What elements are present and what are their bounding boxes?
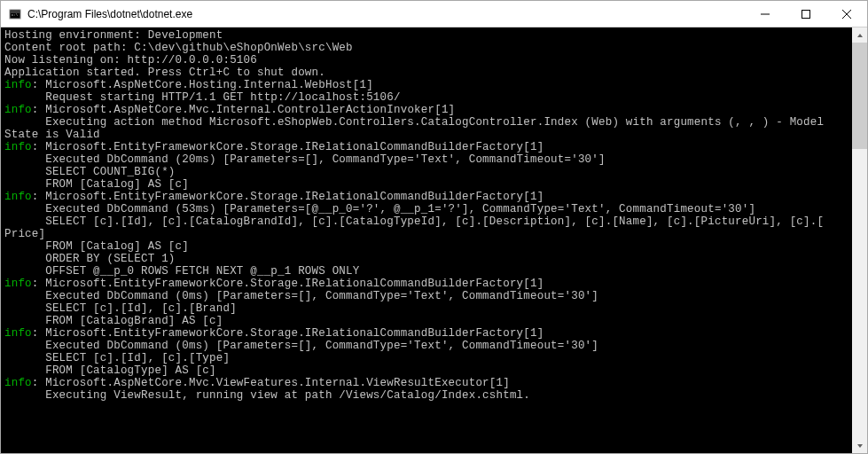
svg-marker-8 [857, 444, 863, 448]
log-line: SELECT COUNT_BIG(*) [4, 166, 176, 178]
log-line: Price] [4, 228, 45, 240]
log-line: FROM [Catalog] AS [c] [4, 178, 189, 191]
window-controls [745, 1, 867, 27]
log-line: Executed DbCommand (0ms) [Parameters=[],… [4, 340, 598, 352]
log-line: SELECT [c].[Id], [c].[Brand] [4, 302, 237, 315]
scroll-track[interactable] [852, 43, 867, 438]
log-level-info: info [4, 79, 32, 91]
log-line: Executed DbCommand (53ms) [Parameters=[@… [4, 203, 755, 215]
log-line: : Microsoft.EntityFrameworkCore.Storage.… [32, 141, 544, 153]
log-line: OFFSET @__p_0 ROWS FETCH NEXT @__p_1 ROW… [4, 265, 359, 278]
log-level-info: info [4, 141, 32, 153]
window-title: C:\Program Files\dotnet\dotnet.exe [27, 8, 745, 20]
log-line: Request starting HTTP/1.1 GET http://loc… [4, 91, 401, 104]
titlebar[interactable]: C:\ C:\Program Files\dotnet\dotnet.exe [1, 1, 867, 27]
console-area: Hosting environment: Development Content… [1, 27, 867, 453]
svg-rect-4 [802, 10, 810, 18]
log-line: FROM [CatalogBrand] AS [c] [4, 315, 223, 327]
log-line: Application started. Press Ctrl+C to shu… [4, 67, 325, 79]
log-line: State is Valid [4, 129, 100, 141]
log-line: ORDER BY (SELECT 1) [4, 253, 176, 265]
log-line: FROM [Catalog] AS [c] [4, 240, 189, 253]
log-level-info: info [4, 104, 32, 116]
log-level-info: info [4, 377, 32, 389]
vertical-scrollbar[interactable] [852, 27, 867, 453]
log-level-info: info [4, 278, 32, 290]
log-line: Content root path: C:\dev\github\eShopOn… [4, 42, 353, 54]
log-line: Executing ViewResult, running view at pa… [4, 389, 530, 402]
log-line: : Microsoft.EntityFrameworkCore.Storage.… [32, 191, 544, 203]
log-line: Now listening on: http://0.0.0.0:5106 [4, 54, 257, 67]
app-icon: C:\ [8, 7, 22, 21]
log-line: : Microsoft.EntityFrameworkCore.Storage.… [32, 327, 544, 340]
log-line: Executed DbCommand (20ms) [Parameters=[]… [4, 153, 606, 166]
log-line: FROM [CatalogType] AS [c] [4, 364, 216, 377]
log-line: SELECT [c].[Id], [c].[CatalogBrandId], [… [4, 215, 824, 228]
close-button[interactable] [826, 1, 867, 27]
log-line: : Microsoft.AspNetCore.Mvc.ViewFeatures.… [32, 377, 510, 389]
svg-text:C:\: C:\ [12, 13, 19, 17]
svg-marker-7 [857, 34, 863, 37]
log-line: : Microsoft.AspNetCore.Hosting.Internal.… [32, 79, 373, 91]
console-output[interactable]: Hosting environment: Development Content… [1, 27, 852, 453]
log-line: : Microsoft.AspNetCore.Mvc.Internal.Cont… [32, 104, 455, 116]
scroll-thumb[interactable] [852, 43, 867, 149]
scroll-down-arrow-icon[interactable] [852, 438, 867, 453]
log-line: Hosting environment: Development [4, 29, 223, 42]
log-line: : Microsoft.EntityFrameworkCore.Storage.… [32, 278, 544, 290]
log-line: SELECT [c].[Id], [c].[Type] [4, 352, 230, 364]
log-level-info: info [4, 191, 32, 203]
log-level-info: info [4, 327, 32, 340]
scroll-up-arrow-icon[interactable] [852, 27, 867, 43]
maximize-button[interactable] [786, 1, 826, 27]
minimize-button[interactable] [745, 1, 786, 27]
log-line: Executing action method Microsoft.eShopW… [4, 116, 824, 129]
log-line: Executed DbCommand (0ms) [Parameters=[],… [4, 290, 598, 302]
